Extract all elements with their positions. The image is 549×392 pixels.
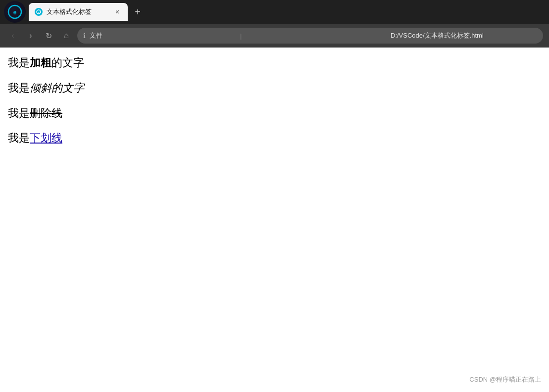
bold-text: 加粗 [30, 56, 51, 69]
svg-text:e: e [13, 9, 17, 16]
back-button[interactable]: ‹ [6, 29, 20, 43]
forward-button[interactable]: › [24, 29, 38, 43]
browser-logo: e [4, 1, 26, 23]
strike-line-prefix: 我是 [8, 107, 30, 119]
italic-line: 我是倾斜的文字 [8, 81, 541, 96]
tab-title: 文本格式化标签 [47, 7, 109, 16]
underline-line: 我是下划线 [8, 131, 541, 146]
underline-line-prefix: 我是 [8, 132, 30, 144]
italic-text: 倾斜的文字 [30, 82, 84, 94]
address-url: D:/VSCode/文本格式化标签.html [391, 31, 537, 40]
italic-line-prefix: 我是 [8, 82, 30, 94]
watermark: CSDN @程序喵正在路上 [469, 375, 541, 384]
nav-bar: ‹ › ↻ ⌂ ℹ 文件 | D:/VSCode/文本格式化标签.html [0, 24, 549, 48]
address-info-icon: ℹ [83, 32, 86, 40]
active-tab[interactable]: e 文本格式化标签 × [29, 3, 128, 21]
page-content: 我是加粗的文字 我是倾斜的文字 我是删除线 我是下划线 CSDN @程序喵正在路… [0, 48, 549, 392]
strikethrough-line: 我是删除线 [8, 106, 541, 121]
tab-bar: e 文本格式化标签 × + [29, 0, 545, 24]
bold-line-suffix: 的文字 [51, 56, 84, 69]
new-tab-button[interactable]: + [130, 4, 146, 20]
tab-favicon: e [35, 8, 43, 16]
address-prefix: 文件 [90, 31, 236, 40]
address-separator: | [240, 32, 387, 40]
strikethrough-text: 删除线 [30, 107, 62, 119]
refresh-button[interactable]: ↻ [42, 29, 55, 43]
bold-line-prefix: 我是 [8, 56, 30, 69]
home-button[interactable]: ⌂ [59, 29, 73, 43]
address-bar[interactable]: ℹ 文件 | D:/VSCode/文本格式化标签.html [77, 28, 543, 44]
title-bar: e e 文本格式化标签 × + [0, 0, 549, 24]
underline-text: 下划线 [30, 132, 62, 144]
tab-close-button[interactable]: × [113, 7, 122, 16]
bold-line: 我是加粗的文字 [8, 55, 541, 71]
